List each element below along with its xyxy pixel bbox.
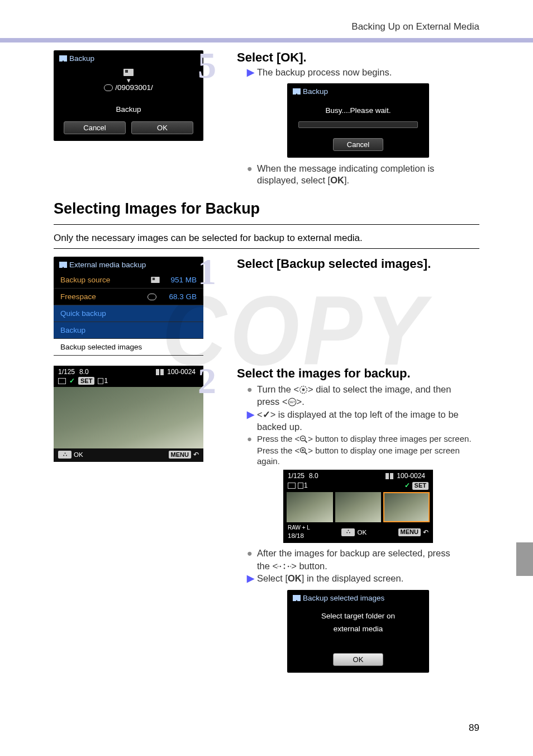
lcd-backup-progress: Backup Busy....Please wait. Cancel [287,83,429,158]
step2-title: Select the images for backup. [237,366,479,381]
svg-point-13 [284,568,285,569]
lcd-action-label: Backup [54,95,203,117]
menu-badge: MENU [169,451,191,459]
card-slot-icon: 1 [298,481,308,490]
check-icon: ✓ [69,377,75,385]
lcd-progress-title: Backup [303,87,328,96]
menu-item-quick-backup[interactable]: Quick backup [54,305,203,322]
transfer-icon [293,88,301,94]
bullet-icon: ● [247,384,257,395]
card-icon [151,277,160,283]
step2-magnify-text: Press the <> button to display one image… [257,446,479,467]
step5-line1: The backup process now begins. [257,67,392,78]
external-drive-icon [147,294,156,300]
step2-after-select-text: After the images for backup are selected… [257,547,450,559]
section-heading: Selecting Images for Backup [54,200,479,222]
step-number-5: 5 [198,47,216,84]
step5-completion-text: When the message indicating completion i… [257,163,434,174]
svg-point-1 [302,388,305,391]
return-icon: ↶ [193,451,199,459]
protect-icon [58,378,66,384]
return-icon: ↶ [423,528,429,536]
bullet-icon: ● [247,163,257,174]
lcd-thumbnail-review: 1/125 8.0 100-0024 1 [283,470,433,543]
arrow-right-icon: ▶ [247,573,257,584]
arrow-down-icon: ▾ [59,78,198,83]
review-shutter: 1/125 [58,368,75,376]
multicontroller-icon [278,563,291,570]
step2-turn-dial-text: Turn the <> dial to select the image, an… [257,384,451,395]
lcd-title: Backup [69,54,94,63]
aspect-icon [386,473,393,479]
review-folder-file: 100-0024 [167,368,196,376]
multicontroller-icon: ∴ [341,528,355,536]
step5-title: Select [OK]. [237,50,479,65]
lcd-folder-path: /09093001/ [115,83,153,92]
check-icon: ✓ [263,409,270,419]
set-button-icon: SET [288,398,297,407]
lcd-selected-msg2: external media [287,625,429,649]
thumb-quality: RAW + L [288,525,310,532]
menu-item-backup[interactable]: Backup [54,322,203,339]
step2-select-ok-text: Select [OK] in the displayed screen. [257,573,403,584]
step2-press-multicontroller-text: the <> button. [257,560,479,572]
reduce-icon [299,435,308,443]
external-drive-icon [104,84,113,91]
svg-text:SET: SET [289,401,295,404]
step2-check-displayed-text: <✓> is displayed at the top left of the … [257,409,459,420]
review-aperture: 8.0 [79,368,89,376]
set-badge: SET [412,482,429,490]
thumbnail-image[interactable] [335,492,382,522]
lcd-ok-button[interactable]: OK [131,121,193,134]
transfer-icon [293,595,301,601]
section-rule [54,224,479,225]
step-number-2: 2 [198,362,216,399]
lcd-backup-selected-images: Backup selected images Select target fol… [287,590,429,673]
header-rule [0,38,533,42]
step2-backedup-text: backed up. [257,421,479,433]
lcd-external-media-backup-menu: External media backup Backup source 951 … [54,257,203,356]
menu-backup-source-label: Backup source [60,276,110,284]
step1-title: Select [Backup selected images]. [237,257,479,271]
page-number: 89 [469,722,479,734]
bullet-icon: ● [247,434,257,445]
thumb-count: 18/18 [288,532,310,540]
thumb-ok-label: OK [357,528,367,536]
step-number-1: 1 [198,253,216,290]
arrow-right-icon: ▶ [247,67,257,78]
section-intro: Only the necessary images can be selecte… [54,233,479,244]
lcd-selected-msg1: Select target folder on [287,606,429,625]
menu-item-backup-selected-images[interactable]: Backup selected images [54,339,203,356]
thumb-shutter: 1/125 [288,472,304,480]
lcd-cancel-button[interactable]: Cancel [64,121,126,134]
thumbnail-image[interactable] [287,492,333,522]
magnify-icon [299,447,308,455]
bullet-icon: ● [247,547,257,559]
svg-point-14 [288,565,289,567]
thumb-aperture: 8.0 [309,472,318,480]
menu-backup-source-value: 951 MB [170,276,197,284]
thumbnail-image-selected[interactable] [383,492,430,522]
review-ok-label: OK [74,451,83,458]
aspect-icon [156,369,164,375]
step2-press-set-text: press <SET>. [257,396,479,408]
section-tab [516,542,533,576]
lcd-progress-status: Busy....Please wait. [287,98,429,116]
lcd-image-review: 1/125 8.0 100-0024 ✓ SET 1 ∴OK [54,366,203,462]
set-badge: SET [78,377,94,385]
menu-freespace-value: 68.3 GB [169,292,197,301]
transfer-icon [59,262,67,268]
svg-line-10 [305,452,307,454]
svg-point-12 [284,564,285,565]
lcd-backup-confirm: Backup ▾ /09093001/ Backup Cancel OK [54,50,203,141]
page-header: Backing Up on External Media [54,21,479,32]
svg-line-6 [305,440,307,442]
quick-control-dial-icon [299,385,308,394]
lcd-cancel-button[interactable]: Cancel [333,138,383,151]
lcd-ok-button[interactable]: OK [333,653,383,666]
step5-completion-text-2: displayed, select [OK]. [257,175,479,186]
menu-badge: MENU [398,528,421,536]
progress-bar [298,121,418,128]
multicontroller-icon: ∴ [58,451,72,459]
menu-freespace-label: Freespace [60,292,96,301]
